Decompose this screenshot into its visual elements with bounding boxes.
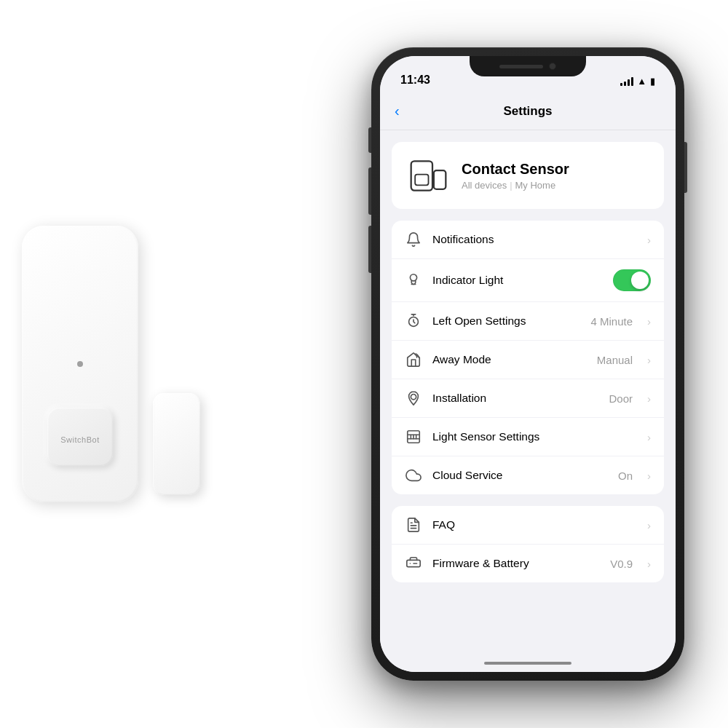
wifi-icon: ▲ xyxy=(637,76,646,87)
device-dot xyxy=(77,361,83,367)
volume-down-button xyxy=(368,226,371,273)
svg-rect-0 xyxy=(411,161,432,190)
firmware-icon xyxy=(405,555,422,572)
status-time: 11:43 xyxy=(400,74,430,87)
power-button xyxy=(684,142,687,193)
settings-row-light-sensor[interactable]: Light Sensor Settings › xyxy=(392,418,664,456)
phone-wrapper: 11:43 ▲ ▮ ‹ Settings xyxy=(371,47,684,681)
indicator-light-label: Indicator Light xyxy=(432,274,603,287)
page-title: Settings xyxy=(503,104,552,119)
navigation-bar: ‹ Settings xyxy=(380,92,676,130)
home-indicator xyxy=(484,662,571,665)
left-open-label: Left Open Settings xyxy=(432,314,580,328)
device-name: Contact Sensor xyxy=(462,161,569,178)
timer-icon xyxy=(405,312,422,330)
front-camera xyxy=(549,63,556,70)
settings-row-notifications[interactable]: Notifications › xyxy=(392,221,664,259)
pin-icon xyxy=(405,389,422,407)
chart-icon xyxy=(405,428,422,446)
device-path-1: All devices xyxy=(462,180,507,191)
bulb-icon xyxy=(405,272,422,289)
speaker xyxy=(499,65,543,68)
left-open-chevron: › xyxy=(647,315,651,328)
signal-icon xyxy=(620,77,633,86)
settings-row-installation[interactable]: Installation Door › xyxy=(392,379,664,418)
faq-icon xyxy=(405,516,422,534)
svg-rect-2 xyxy=(415,174,428,185)
away-mode-value: Manual xyxy=(597,354,633,366)
status-icons: ▲ ▮ xyxy=(620,76,655,87)
svg-point-6 xyxy=(411,395,416,400)
device-button: SwitchBot xyxy=(47,408,113,466)
device-path: All devices | My Home xyxy=(462,180,569,191)
settings-group-1: Notifications › xyxy=(392,221,664,494)
settings-row-left-open[interactable]: Left Open Settings 4 Minute › xyxy=(392,302,664,341)
installation-label: Installation xyxy=(432,392,598,405)
brand-label: SwitchBot xyxy=(60,435,99,444)
settings-row-firmware[interactable]: Firmware & Battery V0.9 › xyxy=(392,545,664,582)
firmware-label: Firmware & Battery xyxy=(432,557,600,570)
faq-label: FAQ xyxy=(432,518,637,531)
small-device xyxy=(153,393,200,495)
volume-up-button xyxy=(368,167,371,215)
firmware-value: V0.9 xyxy=(610,558,633,570)
svg-point-3 xyxy=(410,274,416,281)
cloud-service-label: Cloud Service xyxy=(432,469,608,482)
firmware-chevron: › xyxy=(647,558,651,570)
away-mode-chevron: › xyxy=(647,354,651,366)
device-path-2: My Home xyxy=(515,180,556,191)
installation-value: Door xyxy=(609,392,633,405)
left-open-value: 4 Minute xyxy=(590,315,633,328)
settings-row-cloud-service[interactable]: Cloud Service On › xyxy=(392,456,664,494)
settings-row-indicator-light[interactable]: Indicator Light xyxy=(392,259,664,302)
cloud-service-value: On xyxy=(618,470,633,482)
hardware-container: SwitchBot xyxy=(22,226,200,502)
cloud-service-chevron: › xyxy=(647,470,651,482)
away-mode-label: Away Mode xyxy=(432,353,587,366)
toggle-knob xyxy=(631,272,649,289)
bell-icon xyxy=(405,231,422,248)
phone-outer: 11:43 ▲ ▮ ‹ Settings xyxy=(371,47,684,681)
notch xyxy=(470,56,586,76)
battery-icon: ▮ xyxy=(650,76,655,87)
back-button[interactable]: ‹ xyxy=(395,103,400,119)
faq-chevron: › xyxy=(647,519,651,531)
notifications-label: Notifications xyxy=(432,233,637,246)
device-info: Contact Sensor All devices | My Home xyxy=(462,161,569,191)
contact-sensor-icon xyxy=(408,156,448,196)
svg-rect-1 xyxy=(433,170,446,189)
home-icon xyxy=(405,351,422,368)
light-sensor-chevron: › xyxy=(647,431,651,443)
settings-group-2: FAQ › xyxy=(392,506,664,582)
device-icon-box xyxy=(406,154,450,197)
indicator-light-toggle[interactable] xyxy=(613,269,651,291)
device-header-card: Contact Sensor All devices | My Home xyxy=(392,142,664,209)
phone-screen: 11:43 ▲ ▮ ‹ Settings xyxy=(380,56,676,672)
installation-chevron: › xyxy=(647,392,651,405)
cloud-icon xyxy=(405,467,422,484)
mute-button xyxy=(368,127,371,153)
settings-row-away-mode[interactable]: Away Mode Manual › xyxy=(392,341,664,379)
main-device: SwitchBot xyxy=(22,226,138,502)
notifications-chevron: › xyxy=(647,234,651,246)
settings-row-faq[interactable]: FAQ › xyxy=(392,506,664,545)
scene: SwitchBot 11:43 xyxy=(0,0,728,728)
light-sensor-label: Light Sensor Settings xyxy=(432,430,637,443)
device-path-sep: | xyxy=(510,180,512,191)
screen-content: Contact Sensor All devices | My Home xyxy=(380,130,676,672)
